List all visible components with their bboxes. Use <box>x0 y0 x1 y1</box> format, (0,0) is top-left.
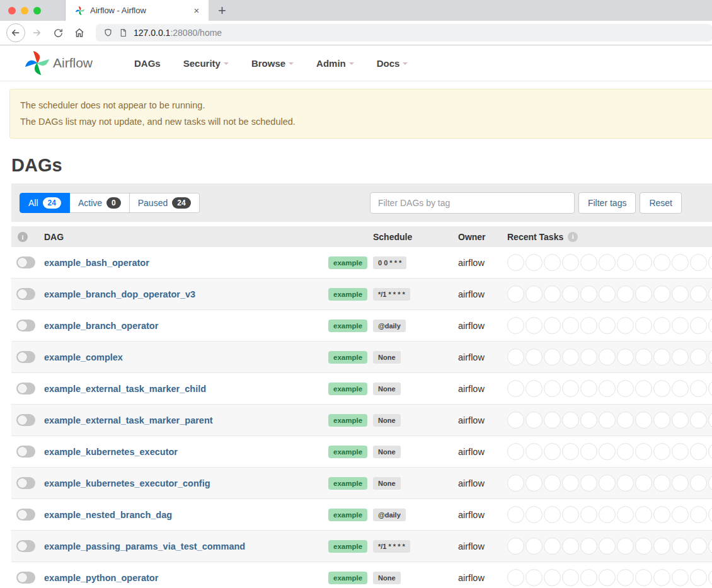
recent-task-status-circle[interactable] <box>544 317 561 334</box>
pause-toggle[interactable] <box>16 414 35 426</box>
nav-item-security[interactable]: Security <box>172 58 240 69</box>
recent-task-status-circle[interactable] <box>507 317 524 334</box>
recent-task-status-circle[interactable] <box>562 254 579 271</box>
recent-task-status-circle[interactable] <box>653 475 670 492</box>
recent-task-status-circle[interactable] <box>544 569 561 586</box>
recent-task-status-circle[interactable] <box>617 538 634 555</box>
recent-task-status-circle[interactable] <box>690 538 707 555</box>
schedule-badge[interactable]: None <box>373 477 401 490</box>
recent-task-status-circle[interactable] <box>544 412 561 429</box>
recent-task-status-circle[interactable] <box>690 443 707 460</box>
recent-task-status-circle[interactable] <box>635 285 652 303</box>
back-icon[interactable] <box>6 23 25 42</box>
schedule-badge[interactable]: */1 * * * * <box>373 540 410 553</box>
recent-task-status-circle[interactable] <box>507 506 524 523</box>
schedule-badge[interactable]: @daily <box>373 320 406 332</box>
recent-task-status-circle[interactable] <box>708 380 712 397</box>
recent-task-status-circle[interactable] <box>653 285 670 303</box>
tag-filter-input[interactable] <box>370 192 575 214</box>
airflow-brand[interactable]: Airflow <box>24 50 93 76</box>
recent-task-status-circle[interactable] <box>580 285 597 303</box>
recent-task-status-circle[interactable] <box>690 412 707 429</box>
recent-task-status-circle[interactable] <box>599 254 616 271</box>
recent-task-status-circle[interactable] <box>507 443 524 460</box>
header-schedule[interactable]: Schedule <box>373 232 458 242</box>
recent-task-status-circle[interactable] <box>653 254 670 271</box>
recent-task-status-circle[interactable] <box>690 317 707 334</box>
dag-name-link[interactable]: example_bash_operator <box>44 258 149 268</box>
recent-task-status-circle[interactable] <box>580 569 597 586</box>
recent-task-status-circle[interactable] <box>507 569 524 586</box>
filter-tab-active[interactable]: Active0 <box>70 193 130 213</box>
reload-icon[interactable] <box>48 23 68 43</box>
dag-tag-badge[interactable]: example <box>328 320 367 332</box>
recent-task-status-circle[interactable] <box>672 506 689 523</box>
recent-task-status-circle[interactable] <box>525 443 543 460</box>
dag-tag-badge[interactable]: example <box>328 288 367 301</box>
recent-task-status-circle[interactable] <box>617 285 634 303</box>
recent-task-status-circle[interactable] <box>617 443 634 460</box>
recent-task-status-circle[interactable] <box>580 412 597 429</box>
recent-task-status-circle[interactable] <box>672 412 689 429</box>
filter-tags-button[interactable]: Filter tags <box>578 192 636 214</box>
schedule-badge[interactable]: None <box>373 414 401 427</box>
recent-task-status-circle[interactable] <box>599 380 616 397</box>
minimize-window-button[interactable] <box>21 7 28 14</box>
recent-task-status-circle[interactable] <box>690 569 707 586</box>
recent-task-status-circle[interactable] <box>708 569 712 586</box>
recent-task-status-circle[interactable] <box>617 569 634 586</box>
dag-tag-badge[interactable]: example <box>328 509 367 521</box>
recent-task-status-circle[interactable] <box>544 254 561 271</box>
recent-task-status-circle[interactable] <box>708 475 712 492</box>
recent-task-status-circle[interactable] <box>599 317 616 334</box>
schedule-badge[interactable]: */1 * * * * <box>373 288 410 301</box>
recent-task-status-circle[interactable] <box>507 475 524 492</box>
forward-icon[interactable] <box>26 23 47 43</box>
recent-task-status-circle[interactable] <box>507 538 524 555</box>
recent-task-status-circle[interactable] <box>617 412 634 429</box>
pause-toggle[interactable] <box>16 477 35 489</box>
recent-task-status-circle[interactable] <box>507 285 524 303</box>
dag-name-link[interactable]: example_branch_operator <box>44 321 158 331</box>
recent-task-status-circle[interactable] <box>525 285 543 303</box>
recent-task-status-circle[interactable] <box>690 475 707 492</box>
home-icon[interactable] <box>69 23 89 43</box>
recent-task-status-circle[interactable] <box>617 475 634 492</box>
recent-task-status-circle[interactable] <box>580 475 597 492</box>
recent-task-status-circle[interactable] <box>599 538 616 555</box>
recent-task-status-circle[interactable] <box>525 317 543 334</box>
recent-task-status-circle[interactable] <box>507 380 524 397</box>
recent-task-status-circle[interactable] <box>525 475 543 492</box>
recent-task-status-circle[interactable] <box>599 412 616 429</box>
recent-task-status-circle[interactable] <box>708 254 712 271</box>
recent-task-status-circle[interactable] <box>580 254 597 271</box>
recent-task-status-circle[interactable] <box>690 349 707 366</box>
dag-name-link[interactable]: example_passing_params_via_test_command <box>44 541 245 551</box>
schedule-badge[interactable]: None <box>373 446 401 458</box>
schedule-badge[interactable]: None <box>373 383 401 395</box>
recent-task-status-circle[interactable] <box>544 475 561 492</box>
recent-task-status-circle[interactable] <box>544 443 561 460</box>
recent-task-status-circle[interactable] <box>653 538 670 555</box>
nav-item-docs[interactable]: Docs <box>365 58 420 69</box>
close-tab-icon[interactable]: × <box>191 5 202 16</box>
recent-task-status-circle[interactable] <box>653 506 670 523</box>
recent-task-status-circle[interactable] <box>635 538 652 555</box>
recent-task-status-circle[interactable] <box>562 412 579 429</box>
recent-task-status-circle[interactable] <box>599 285 616 303</box>
recent-task-status-circle[interactable] <box>635 412 652 429</box>
recent-task-status-circle[interactable] <box>544 285 561 303</box>
dag-name-link[interactable]: example_python_operator <box>44 573 158 583</box>
nav-item-admin[interactable]: Admin <box>305 58 365 69</box>
dag-tag-badge[interactable]: example <box>328 540 367 553</box>
header-dag[interactable]: DAG <box>44 232 328 242</box>
dag-tag-badge[interactable]: example <box>328 351 367 364</box>
dag-tag-badge[interactable]: example <box>328 446 367 458</box>
recent-task-status-circle[interactable] <box>708 317 712 334</box>
recent-task-status-circle[interactable] <box>507 412 524 429</box>
shield-icon[interactable] <box>103 28 113 38</box>
recent-task-status-circle[interactable] <box>507 349 524 366</box>
recent-task-status-circle[interactable] <box>525 538 543 555</box>
recent-task-status-circle[interactable] <box>580 538 597 555</box>
recent-task-status-circle[interactable] <box>525 506 543 523</box>
